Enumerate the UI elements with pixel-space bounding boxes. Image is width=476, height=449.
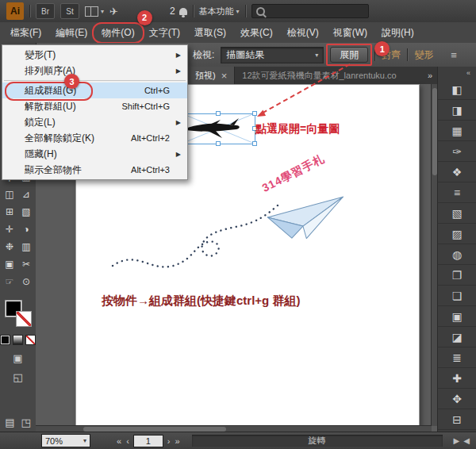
menu-view[interactable]: 檢視(V): [280, 23, 326, 43]
panel-menu-icon[interactable]: ≡: [451, 49, 457, 61]
next-artboard-button[interactable]: ›: [167, 436, 171, 446]
transparency-panel-icon: ▨: [451, 228, 462, 240]
symbols-panel[interactable]: ❖: [438, 162, 476, 182]
stroke-panel[interactable]: ≡: [438, 182, 476, 203]
stock-button[interactable]: St: [60, 3, 79, 19]
rocket-icon[interactable]: ✈: [109, 6, 118, 17]
transparency-panel[interactable]: ▨: [438, 224, 476, 244]
hand-tool[interactable]: ☞: [2, 273, 18, 290]
menu-item-lock[interactable]: 鎖定(L) ▶: [2, 114, 187, 130]
graphic-styles-panel[interactable]: ❐: [438, 265, 476, 286]
perspective-grid-tool-icon: ⊿: [22, 189, 30, 200]
gradient-panel[interactable]: ▧: [438, 203, 476, 224]
brushes-panel-icon: ✑: [452, 145, 462, 158]
bridge-button[interactable]: Br: [36, 3, 55, 19]
paint-style-buttons: [0, 335, 36, 345]
menu-type[interactable]: 文字(T): [142, 23, 187, 43]
menu-effect[interactable]: 效果(C): [233, 23, 280, 43]
artboards-panel-icon: ▣: [451, 310, 462, 323]
divider: [193, 5, 194, 17]
color-settings-icon[interactable]: ◳: [21, 416, 31, 428]
align-panel[interactable]: ≣: [438, 347, 476, 368]
prev-artboard-button[interactable]: ‹: [125, 436, 130, 446]
notifications-button[interactable]: 2: [170, 6, 187, 17]
menu-select[interactable]: 選取(S): [187, 23, 233, 43]
menu-item-show-all[interactable]: 顯示全部物件 Alt+Ctrl+3: [2, 162, 187, 178]
menu-help[interactable]: 說明(H): [374, 23, 421, 43]
document-tab-active[interactable]: 預視) ×: [188, 67, 235, 84]
none-slash-icon: [17, 312, 31, 326]
dotted-flight-path: [113, 205, 278, 267]
submenu-arrow-icon: ▶: [176, 67, 181, 75]
shape-builder-tool[interactable]: ◫: [2, 186, 18, 203]
gradient-button[interactable]: [13, 335, 23, 345]
navigator-panel[interactable]: ✥: [438, 389, 476, 409]
trace-preset-select[interactable]: 描圖結果 ▾: [221, 47, 324, 63]
swatches-panel[interactable]: ▦: [438, 121, 476, 141]
menu-file[interactable]: 檔案(F): [3, 23, 48, 43]
mesh-tool[interactable]: ⊞: [2, 203, 18, 221]
blend-tool[interactable]: ◑: [18, 221, 35, 238]
artboards-panel[interactable]: ▣: [438, 306, 476, 327]
pathfinder-panel[interactable]: ◪: [438, 327, 476, 347]
layers-panel[interactable]: ❏: [438, 286, 476, 306]
normal-screen-mode-icon[interactable]: ▤: [5, 416, 14, 428]
color-button[interactable]: [0, 335, 10, 345]
color-guide-panel[interactable]: ◨: [438, 100, 476, 121]
eyedropper-tool[interactable]: ✛: [2, 221, 18, 238]
eyedropper-tool-icon: ✛: [6, 224, 13, 235]
search-input[interactable]: [251, 4, 369, 18]
symbol-sprayer-tool[interactable]: ❉: [2, 238, 18, 255]
menu-item-transform[interactable]: 變形(T) ▶: [2, 47, 187, 63]
menu-window[interactable]: 視窗(W): [326, 23, 374, 43]
last-artboard-button[interactable]: »: [174, 436, 180, 446]
appearance-panel[interactable]: ◍: [438, 244, 476, 265]
divider: [29, 5, 30, 17]
draw-mode-button[interactable]: ▣: [13, 352, 22, 364]
menu-edit[interactable]: 編輯(E): [48, 23, 94, 43]
none-button[interactable]: [25, 335, 36, 345]
brushes-panel[interactable]: ✑: [438, 141, 476, 162]
artboard-tool[interactable]: ▣: [2, 255, 18, 273]
menu-item-hide[interactable]: 隱藏(H) ▶: [2, 146, 187, 162]
zoom-tool[interactable]: ⊙: [18, 273, 35, 290]
gradient-tool-icon: ▧: [21, 206, 30, 217]
menu-item-arrange[interactable]: 排列順序(A) ▶: [2, 63, 187, 79]
collapse-dock-icon[interactable]: «: [461, 67, 476, 79]
menu-item-group[interactable]: 組成群組(G) Ctrl+G: [2, 83, 187, 98]
symbol-sprayer-tool-icon: ❉: [6, 241, 13, 252]
zoom-tool-icon: ⊙: [22, 276, 30, 287]
status-prev-icon[interactable]: ◀: [463, 436, 470, 445]
pathfinder-panel-icon: ◪: [451, 331, 462, 343]
artboard-number-field[interactable]: 1: [133, 435, 163, 447]
document-tab-inactive[interactable]: 12款可愛紙飛機向量素材_lanrentuku.co: [235, 67, 403, 84]
menu-item-unlock-all[interactable]: 全部解除鎖定(K) Alt+Ctrl+2: [2, 130, 187, 146]
expand-button[interactable]: 展開: [330, 47, 368, 63]
arrange-documents-button[interactable]: ▾: [85, 6, 104, 17]
stroke-color-swatch[interactable]: [16, 311, 32, 327]
first-artboard-button[interactable]: «: [116, 436, 122, 446]
menu-item-ungroup[interactable]: 解散群組(U) Shift+Ctrl+G: [2, 98, 187, 114]
align-panel-icon: ≣: [452, 351, 462, 364]
mesh-tool-icon: ⊞: [6, 206, 13, 217]
column-graph-tool[interactable]: ▥: [18, 238, 35, 255]
screen-mode-button[interactable]: ◱: [13, 371, 22, 383]
annotation-group-note: 按物件→組成群組(快捷鍵ctrl+g 群組): [102, 294, 300, 309]
close-icon[interactable]: ×: [221, 71, 228, 81]
transform-link[interactable]: 變形: [414, 48, 433, 62]
gradient-tool[interactable]: ▧: [18, 203, 35, 221]
menu-object[interactable]: 物件(O) 2: [94, 23, 141, 43]
titlebar: Ai Br St ▾ ✈ 2 基本功能 ▾: [0, 0, 476, 23]
toolbar-bottom: ▤ ◳: [5, 416, 31, 428]
menu-object-label: 物件(O): [102, 27, 134, 38]
workspace-switcher[interactable]: 基本功能 ▾: [199, 6, 240, 17]
links-panel[interactable]: ⊟: [438, 409, 476, 430]
perspective-grid-tool[interactable]: ⊿: [18, 186, 35, 203]
info-panel[interactable]: ✚: [438, 368, 476, 389]
zoom-select[interactable]: 70% ▾: [41, 434, 90, 447]
divider: [407, 48, 408, 61]
status-next-icon[interactable]: ▶: [454, 436, 460, 445]
slice-tool[interactable]: ✂: [18, 255, 35, 273]
color-panel-icon: ◧: [451, 83, 462, 96]
color-panel[interactable]: ◧: [438, 79, 476, 100]
